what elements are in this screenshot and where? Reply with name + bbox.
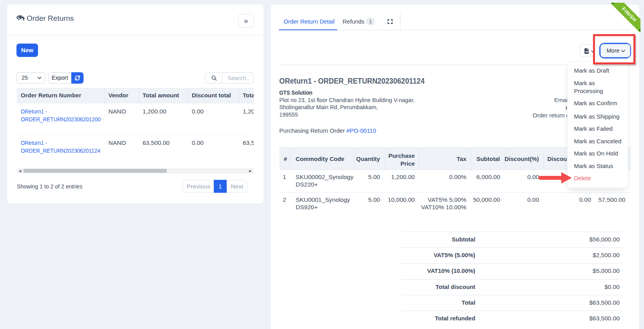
svg-text:PDF: PDF — [586, 51, 589, 53]
